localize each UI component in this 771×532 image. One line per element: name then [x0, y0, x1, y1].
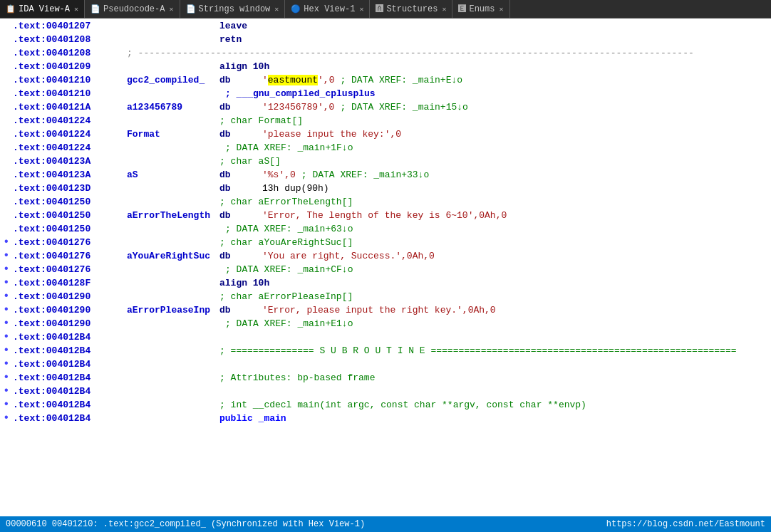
line-instr: retn — [219, 34, 262, 45]
status-left: 00000610 00401210: .text:gcc2_compiled_ … — [6, 519, 365, 529]
line-instr: db — [219, 102, 262, 113]
code-line: .text:00401208 retn — [0, 33, 771, 47]
line-comment: ; DATA XREF: _main+E1↓o — [225, 318, 353, 329]
code-line: •.text:004012B4 ; int __cdecl main(int a… — [0, 399, 771, 412]
ida-view-icon: 📋 — [6, 4, 16, 14]
line-label-empty — [127, 61, 219, 72]
line-label: Format — [127, 129, 219, 140]
line-address: .text:00401207 — [13, 21, 127, 31]
tab-pseudocode-a[interactable]: 📄 Pseudocode-A ✕ — [85, 0, 180, 18]
line-label: aErrorPleaseInp — [127, 305, 219, 315]
line-address: .text:00401210 — [13, 88, 127, 99]
line-label-empty — [127, 413, 219, 424]
line-comment-instr: ; char aErrorPleaseInp[] — [219, 291, 353, 302]
line-bullet: • — [3, 385, 13, 397]
line-label-empty — [127, 291, 219, 302]
code-line: .text:00401224 ; DATA XREF: _main+1F↓o — [0, 142, 771, 155]
code-line: .text:00401250 ; DATA XREF: _main+63↓o — [0, 223, 771, 236]
line-bullet — [3, 33, 13, 45]
tab-bar: 📋 IDA View-A ✕ 📄 Pseudocode-A ✕ 📄 String… — [0, 0, 771, 19]
code-line: •.text:004012B4 ; =============== S U B … — [0, 345, 771, 358]
line-bullet: • — [3, 291, 13, 302]
line-bullet — [3, 209, 13, 221]
tab-strings-window[interactable]: 📄 Strings window ✕ — [180, 0, 286, 18]
line-address: .text:00401250 — [13, 210, 127, 221]
code-line: .text:0040123AaSdb '%s',0; DATA XREF: _m… — [0, 169, 771, 182]
hex-icon: 🔵 — [291, 4, 301, 14]
line-bullet — [3, 47, 13, 58]
line-bullet: • — [3, 412, 13, 424]
line-comment-instr: ; Attributes: bp-based frame — [219, 372, 375, 383]
line-comment-instr: ; char aYouAreRightSuc[] — [219, 237, 353, 248]
line-operand: 'You are right, Success.',0Ah,0 — [262, 251, 435, 261]
line-label-empty — [127, 359, 219, 370]
line-address: .text:00401276 — [13, 264, 127, 275]
line-address: .text:00401224 — [13, 115, 127, 126]
tab-close-structures[interactable]: ✕ — [442, 5, 446, 14]
line-address: .text:004012B4 — [13, 386, 127, 397]
tab-enums[interactable]: 🅴 Enums ✕ — [452, 0, 509, 18]
tab-close-ida-view[interactable]: ✕ — [74, 5, 78, 14]
code-line: .text:00401209 align 10h — [0, 61, 771, 74]
line-comment-instr: ; char Format[] — [219, 115, 303, 126]
code-line: •.text:004012B4 — [0, 358, 771, 372]
line-label-empty — [127, 278, 219, 288]
line-label-empty — [127, 183, 219, 194]
tab-structures[interactable]: 🅰 Structures ✕ — [370, 0, 452, 18]
line-comment: ; DATA XREF: _main+33↓o — [301, 169, 429, 180]
line-bullet — [3, 61, 13, 72]
tab-ida-view-a[interactable]: 📋 IDA View-A ✕ — [0, 0, 85, 18]
line-label-empty — [127, 197, 219, 207]
line-label-empty — [127, 115, 219, 126]
code-line: .text:0040123D db 13h dup(90h) — [0, 182, 771, 196]
line-label-empty — [127, 345, 219, 356]
line-label-empty — [127, 21, 219, 31]
line-address: .text:00401290 — [13, 318, 127, 329]
line-label-empty — [127, 318, 219, 329]
line-address: .text:00401250 — [13, 224, 127, 234]
tab-close-enums[interactable]: ✕ — [499, 5, 503, 14]
line-operand: '%s',0 — [262, 169, 296, 180]
line-operand: 'Error, The length of the key is 6~10',0… — [262, 210, 507, 221]
line-bullet: • — [3, 318, 13, 329]
code-view[interactable]: .text:00401207 leave .text:00401208 retn… — [0, 19, 771, 516]
line-comment: ; DATA XREF: _main+15↓o — [340, 102, 467, 113]
line-operand: 'Error, please input the right key.',0Ah… — [262, 305, 496, 315]
line-instr: db — [219, 183, 262, 194]
tab-label-hex: Hex View-1 — [304, 4, 355, 14]
line-address: .text:00401290 — [13, 305, 127, 315]
line-comment: ; DATA XREF: _main+1F↓o — [225, 142, 353, 153]
line-address: .text:0040121A — [13, 102, 127, 113]
line-instr: leave — [219, 21, 262, 31]
line-bullet: • — [3, 345, 13, 356]
line-label: gcc2_compiled_ — [127, 75, 219, 85]
tab-close-hex[interactable]: ✕ — [359, 5, 363, 14]
line-instr: db — [219, 305, 262, 315]
tab-close-strings[interactable]: ✕ — [274, 5, 279, 14]
line-instr: db — [219, 169, 262, 180]
line-address: .text:004012B4 — [13, 400, 127, 410]
line-bullet — [3, 142, 13, 153]
structures-icon: 🅰 — [376, 4, 383, 14]
line-label: aS — [127, 169, 219, 180]
line-bullet — [3, 101, 13, 113]
tab-label-ida-view: IDA View-A — [19, 4, 70, 14]
strings-icon: 📄 — [186, 4, 196, 14]
line-label-empty — [127, 156, 219, 167]
line-operand: 13h dup(90h) — [262, 183, 329, 194]
line-instr: db — [219, 75, 262, 85]
status-right: https://blog.csdn.net/Eastmount — [606, 519, 765, 529]
line-comment-instr: ; char aS[] — [219, 156, 281, 167]
code-line: •.text:00401290aErrorPleaseInpdb 'Error,… — [0, 304, 771, 318]
line-instr: db — [219, 251, 262, 261]
code-line: .text:00401207 leave — [0, 20, 771, 33]
line-comment: ; DATA XREF: _main+E↓o — [340, 75, 462, 85]
tab-close-pseudocode[interactable]: ✕ — [169, 5, 173, 14]
code-line: •.text:004012B4 public _main — [0, 412, 771, 426]
line-comment-instr: ; =============== S U B R O U T I N E ==… — [219, 345, 737, 356]
code-line: .text:0040123A ; char aS[] — [0, 155, 771, 169]
line-label-empty — [127, 34, 219, 45]
tab-hex-view[interactable]: 🔵 Hex View-1 ✕ — [285, 0, 370, 18]
line-bullet: • — [3, 250, 13, 261]
line-bullet: • — [3, 372, 13, 383]
